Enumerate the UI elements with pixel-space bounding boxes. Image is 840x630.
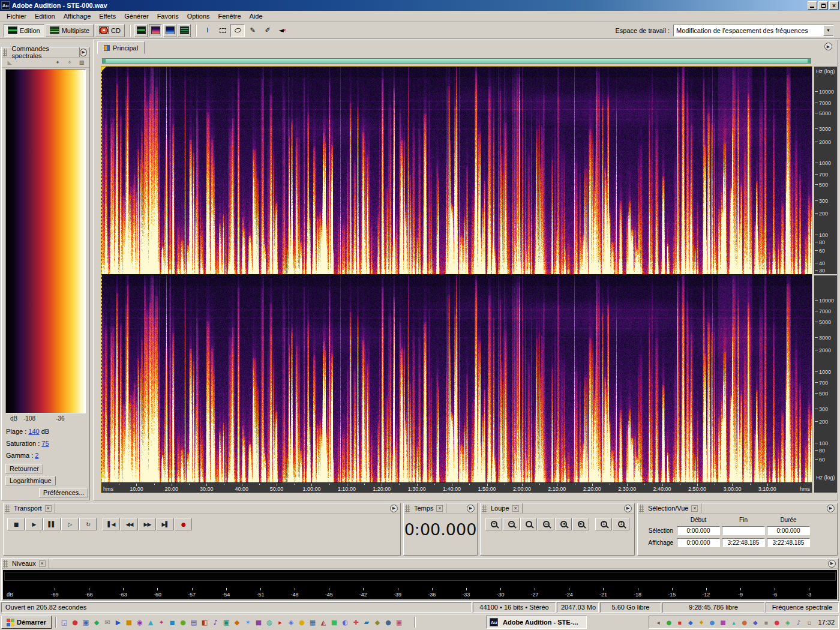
time-selection-tool[interactable]: I — [200, 24, 215, 37]
panel-grip[interactable] — [405, 505, 410, 512]
quicklaunch-icon[interactable]: ■ — [329, 617, 340, 628]
quicklaunch-icon[interactable]: ◆ — [91, 617, 102, 628]
stop-button[interactable]: ■ — [7, 518, 25, 530]
saturation-value[interactable]: 75 — [41, 440, 49, 447]
quicklaunch-icon[interactable]: ◆ — [232, 617, 242, 628]
marquee-selection-tool[interactable] — [215, 24, 230, 37]
start-button[interactable]: Démarrer — [1, 616, 52, 629]
play-to-end-button[interactable]: ▷ — [61, 518, 79, 530]
tray-icon[interactable]: ▪ — [674, 617, 685, 628]
panel-menu-button[interactable]: ▶ — [824, 43, 832, 50]
tab-principal[interactable]: Principal — [97, 41, 145, 54]
spectral-frequency-display-button[interactable] — [149, 24, 162, 37]
quicklaunch-icon[interactable]: ✉ — [102, 617, 113, 628]
menu-affichage[interactable]: Affichage — [59, 11, 95, 21]
tray-icon[interactable]: ● — [664, 617, 674, 628]
menu-favoris[interactable]: Favoris — [153, 11, 183, 21]
menu-fichier[interactable]: Fichier — [2, 11, 31, 21]
loop-play-button[interactable]: ↻ — [79, 518, 97, 530]
playhead-cursor[interactable] — [101, 67, 102, 482]
pause-button[interactable]: ▌▌ — [43, 518, 61, 530]
close-button[interactable]: × — [829, 1, 839, 10]
zoom-in-horizontal-button[interactable]: + — [485, 518, 502, 530]
affichage-debut-field[interactable]: 0:00.000 — [677, 538, 720, 547]
preferences-button[interactable]: Préférences... — [39, 488, 88, 497]
spectral-phase-display-button[interactable] — [178, 24, 191, 37]
go-to-end-button[interactable]: ▶▌ — [157, 518, 174, 530]
lasso-selection-tool[interactable] — [230, 24, 245, 37]
close-icon[interactable]: × — [45, 505, 52, 512]
quicklaunch-icon[interactable]: ◐ — [340, 617, 350, 628]
effects-paintbrush-tool[interactable]: ✎ — [245, 24, 260, 37]
timeline-ruler[interactable]: hms10:0020:0030:0040:0050:001:00:001:10:… — [101, 482, 812, 493]
zoom-full-button[interactable] — [520, 518, 537, 530]
quicklaunch-icon[interactable]: ◉ — [134, 617, 145, 628]
quicklaunch-icon[interactable]: ▣ — [80, 617, 91, 628]
menu-fenetre[interactable]: Fenêtre — [214, 11, 245, 21]
menu-aide[interactable]: Aide — [245, 11, 267, 21]
panel-grip[interactable] — [3, 560, 8, 568]
tray-icon[interactable]: ◈ — [782, 617, 793, 628]
quicklaunch-icon[interactable]: ◲ — [59, 617, 70, 628]
panel-menu-button[interactable]: ▶ — [390, 505, 398, 512]
quicklaunch-icon[interactable]: ◧ — [199, 617, 210, 628]
quicklaunch-icon[interactable]: ◍ — [264, 617, 275, 628]
quicklaunch-icon[interactable]: ▶ — [113, 617, 124, 628]
panel-grip[interactable] — [5, 505, 10, 512]
taskbar-task-button[interactable]: Au Adobe Audition - STE-... — [486, 616, 587, 629]
zoom-out-vertical-button[interactable]: ↕ — [613, 518, 629, 530]
panel-menu-button[interactable]: ▶ — [828, 560, 836, 568]
spectral-select-icon-1[interactable]: ✦ — [52, 58, 63, 67]
selection-fin-field[interactable] — [722, 526, 765, 535]
play-button[interactable]: ▶ — [25, 518, 43, 530]
selection-duree-field[interactable]: 0:00.000 — [767, 526, 810, 535]
taskbar-clock[interactable]: 17:32 — [818, 619, 835, 626]
scrub-tool[interactable]: ◄× — [275, 24, 290, 37]
tray-icon[interactable]: ● — [739, 617, 749, 628]
affichage-fin-field[interactable]: 3:22:48.185 — [722, 538, 765, 547]
spectral-palette-gradient[interactable] — [5, 69, 86, 413]
spectrogram-left-channel[interactable] — [101, 67, 812, 274]
spectrogram-right-channel[interactable] — [101, 275, 812, 482]
selection-debut-field[interactable]: 0:00.000 — [677, 526, 720, 535]
tray-icon[interactable]: ♦ — [696, 617, 706, 628]
panel-grip[interactable] — [639, 505, 644, 512]
tray-icon[interactable]: ● — [772, 617, 782, 628]
tray-icon[interactable]: ▫ — [804, 617, 814, 628]
workspace-select[interactable]: Modification de l'espacement des fréquen… — [673, 25, 834, 37]
quicklaunch-icon[interactable]: ▸ — [275, 617, 286, 628]
quicklaunch-icon[interactable]: ● — [383, 617, 394, 628]
quicklaunch-icon[interactable]: ✶ — [242, 617, 253, 628]
panel-menu-button[interactable]: ▶ — [624, 505, 632, 512]
spot-healing-tool[interactable]: ✐ — [260, 24, 275, 37]
quicklaunch-icon[interactable]: ✚ — [350, 617, 361, 628]
edition-mode-button[interactable]: Edition — [4, 24, 44, 37]
horizontal-zoom-scrollbar[interactable] — [102, 58, 811, 64]
quicklaunch-icon[interactable]: ◭ — [318, 617, 329, 628]
frequency-scale-right-channel[interactable]: 1000070005000300020001000700500300200100… — [814, 275, 837, 482]
spectral-pan-display-button[interactable] — [163, 24, 176, 37]
quicklaunch-icon[interactable]: ✦ — [156, 617, 167, 628]
menu-generer[interactable]: Générer — [120, 11, 152, 21]
quicklaunch-icon[interactable]: ▣ — [394, 617, 404, 628]
record-button[interactable]: ● — [175, 518, 192, 530]
panel-grip[interactable] — [3, 49, 7, 56]
zoom-right-edge-button[interactable]: ► — [572, 518, 589, 530]
close-icon[interactable]: × — [39, 560, 46, 567]
quicklaunch-icon[interactable]: ● — [70, 617, 80, 628]
quicklaunch-icon[interactable]: ◆ — [372, 617, 383, 628]
quicklaunch-icon[interactable]: ■ — [253, 617, 264, 628]
spectral-select-icon-3[interactable]: ▨ — [76, 58, 87, 67]
quicklaunch-icon[interactable]: ◼ — [167, 617, 178, 628]
tray-icon[interactable]: ● — [707, 617, 717, 628]
zoom-in-vertical-button[interactable]: ↕ — [595, 518, 612, 530]
restore-button[interactable] — [818, 1, 828, 10]
tray-icon[interactable]: ♪ — [793, 617, 803, 628]
time-display[interactable]: 0:00.000 — [404, 520, 477, 539]
menu-edition[interactable]: Edition — [31, 11, 59, 21]
selection-marker-top[interactable] — [101, 67, 106, 71]
chevron-down-icon[interactable]: ▼ — [823, 25, 833, 36]
quicklaunch-icon[interactable]: ◈ — [286, 617, 296, 628]
cd-mode-button[interactable]: CD — [95, 24, 125, 37]
close-icon[interactable]: × — [436, 505, 443, 512]
